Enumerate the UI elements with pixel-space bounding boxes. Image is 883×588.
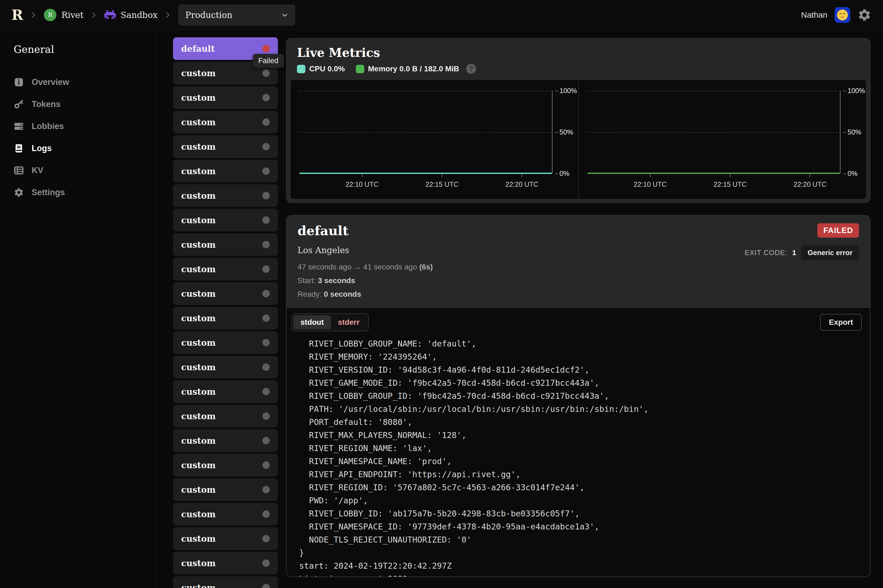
lobby-start-time: Start: 3 seconds bbox=[298, 276, 433, 285]
sidebar-item-settings[interactable]: Settings bbox=[14, 181, 156, 203]
lobby-item-label: custom bbox=[181, 411, 216, 421]
log-line: RIVET_LOBBY_GROUP_ID: 'f9bc42a5-70cd-458… bbox=[299, 390, 862, 403]
sidebar-item-label: Lobbies bbox=[32, 122, 64, 131]
lobby-ready-time: Ready: 0 seconds bbox=[298, 290, 433, 298]
x-axis-labels: 22:10 UTC22:15 UTC22:20 UTC bbox=[587, 180, 841, 191]
lobby-list-item[interactable]: custom bbox=[173, 576, 278, 588]
log-output[interactable]: RIVET_LOBBY_GROUP_NAME: 'default', RIVET… bbox=[287, 334, 870, 577]
log-line: start: 2024-02-19T22:20:42.297Z bbox=[299, 560, 862, 573]
lobby-item-label: custom bbox=[181, 142, 216, 152]
lobby-list-item[interactable]: custom bbox=[173, 282, 278, 305]
lobby-list-item[interactable]: custom bbox=[173, 429, 278, 452]
lobby-item-label: custom bbox=[181, 289, 216, 298]
lobby-status-dot bbox=[262, 437, 270, 444]
lobby-list: default custom custom custom bbox=[156, 30, 278, 588]
breadcrumb-project[interactable]: R Rivet bbox=[44, 9, 84, 21]
lobby-list-item[interactable]: custom bbox=[173, 258, 278, 280]
plot-area bbox=[299, 91, 552, 173]
log-line: RIVET_REGION_NAME: 'lax', bbox=[299, 442, 862, 455]
lobby-list-item[interactable]: custom bbox=[173, 111, 278, 134]
sidebar-item-tokens[interactable]: Tokens bbox=[14, 93, 156, 115]
lobby-list-item[interactable]: custom bbox=[173, 307, 278, 329]
memory-legend-label: Memory 0.0 B / 182.0 MiB bbox=[368, 64, 459, 73]
lobby-list-item[interactable]: custom bbox=[173, 552, 278, 574]
lobby-status-dot bbox=[262, 241, 270, 248]
lobby-item-label: default bbox=[181, 44, 215, 54]
lobby-list-item[interactable]: custom bbox=[173, 184, 278, 207]
lobby-status-dot bbox=[262, 510, 270, 518]
lobby-list-item[interactable]: custom bbox=[173, 356, 278, 378]
charts-panel: 100%50%0% 22:10 UTC22:15 UTC22:20 UTC 10… bbox=[290, 79, 866, 200]
help-icon[interactable]: ? bbox=[466, 64, 476, 74]
lobby-timeline: 47 seconds ago → 41 seconds ago (6s) bbox=[298, 263, 433, 272]
lobby-list-item[interactable]: custom bbox=[173, 331, 278, 354]
key-icon bbox=[14, 99, 24, 110]
lobby-item-label: custom bbox=[181, 314, 216, 323]
lobby-list-item[interactable]: custom bbox=[173, 454, 278, 476]
lobby-region: Los Angeles bbox=[298, 245, 433, 255]
lobby-list-item[interactable]: custom bbox=[173, 160, 278, 182]
gridline-100 bbox=[587, 91, 840, 91]
live-metrics-header: Live Metrics CPU 0.0% Memory 0.0 B / 182… bbox=[287, 39, 870, 79]
exit-code-value: 1 bbox=[792, 249, 796, 257]
lobby-item-label: custom bbox=[181, 485, 216, 495]
chevron-down-icon bbox=[281, 11, 288, 18]
tab-stderr[interactable]: stderr bbox=[331, 315, 367, 329]
export-button[interactable]: Export bbox=[820, 314, 862, 331]
log-line: RIVET_VERSION_ID: '94d58c3f-4a96-4f0d-81… bbox=[299, 363, 862, 376]
lobby-item-label: custom bbox=[181, 191, 216, 201]
lobby-list-item[interactable]: custom bbox=[173, 86, 278, 109]
sidebar-item-kv[interactable]: KV bbox=[14, 159, 156, 181]
x-axis-labels: 22:10 UTC22:15 UTC22:20 UTC bbox=[299, 180, 552, 191]
cpu-legend-label: CPU 0.0% bbox=[309, 64, 345, 73]
log-line: Listening on port 8080 bbox=[299, 573, 862, 577]
lobby-list-item[interactable]: custom bbox=[173, 233, 278, 256]
project-avatar: R bbox=[44, 9, 56, 21]
lobby-list-item[interactable]: custom bbox=[173, 503, 278, 525]
lobby-list-item[interactable]: custom bbox=[173, 135, 278, 158]
lobby-item-label: custom bbox=[181, 387, 216, 397]
breadcrumb-game-label: Sandbox bbox=[121, 10, 158, 20]
namespace-select[interactable]: Production bbox=[178, 4, 295, 26]
log-line: PORT_default: '8080', bbox=[299, 416, 862, 429]
content: Live Metrics CPU 0.0% Memory 0.0 B / 182… bbox=[278, 30, 883, 588]
cpu-legend-chip bbox=[297, 65, 305, 73]
failed-tooltip: Failed bbox=[253, 54, 284, 68]
lobby-list-item[interactable]: custom bbox=[173, 209, 278, 231]
plot-area bbox=[587, 91, 841, 173]
settings-gear-icon[interactable] bbox=[857, 8, 872, 22]
legend-item-cpu: CPU 0.0% bbox=[297, 64, 345, 73]
lobby-item-label: custom bbox=[181, 93, 216, 103]
lobby-detail-left: default Los Angeles 47 seconds ago → 41 … bbox=[298, 223, 433, 298]
log-toolbar: stdout stderr Export bbox=[287, 308, 870, 334]
lobby-status-dot bbox=[262, 167, 270, 175]
sidebar-item-lobbies[interactable]: Lobbies bbox=[14, 115, 156, 137]
lobby-status-dot bbox=[262, 69, 270, 77]
lobby-detail-card: default Los Angeles 47 seconds ago → 41 … bbox=[286, 215, 871, 577]
lobby-item-label: custom bbox=[181, 583, 216, 588]
exit-code-label: EXIT CODE: bbox=[745, 249, 787, 257]
lobby-status-dot bbox=[262, 143, 270, 150]
lobby-list-item[interactable]: custom bbox=[173, 527, 278, 550]
log-line: PWD: '/app', bbox=[299, 494, 862, 507]
sidebar-item-overview[interactable]: Overview bbox=[14, 71, 156, 93]
rivet-logo[interactable]: R bbox=[11, 8, 23, 22]
lobby-list-item[interactable]: custom bbox=[173, 380, 278, 403]
lobby-list-item[interactable]: custom bbox=[173, 478, 278, 501]
lobby-item-label: custom bbox=[181, 264, 216, 274]
lobby-item-label: custom bbox=[181, 166, 216, 176]
cpu-chart: 100%50%0% 22:10 UTC22:15 UTC22:20 UTC bbox=[290, 80, 578, 199]
lobby-list-item[interactable]: custom bbox=[173, 405, 278, 428]
memory-chart: 100%50%0% 22:10 UTC22:15 UTC22:20 UTC bbox=[578, 80, 866, 199]
tab-stdout[interactable]: stdout bbox=[293, 315, 331, 329]
sidebar-item-label: Overview bbox=[32, 77, 69, 87]
gridline-100 bbox=[299, 91, 552, 91]
user-avatar[interactable] bbox=[835, 7, 850, 23]
sidebar-item-label: Logs bbox=[32, 144, 52, 153]
sidebar-item-logs[interactable]: Logs bbox=[14, 137, 156, 159]
lobby-status-dot bbox=[262, 339, 270, 346]
lobby-status-dot bbox=[262, 412, 270, 420]
breadcrumb-game[interactable]: Sandbox bbox=[104, 10, 158, 20]
user-name[interactable]: Nathan bbox=[801, 10, 827, 20]
sidebar-nav: Overview Tokens Lobbies Logs KV Settings bbox=[14, 71, 156, 203]
